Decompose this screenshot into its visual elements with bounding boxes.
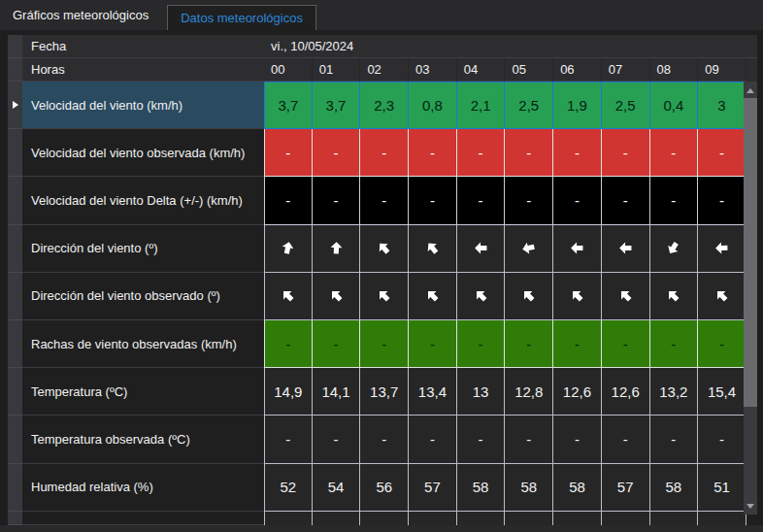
data-cell[interactable]: - [264, 416, 313, 463]
data-cell[interactable] [602, 225, 650, 273]
data-cell[interactable]: - [264, 177, 313, 224]
data-cell[interactable]: 58 [650, 464, 699, 512]
hour-header-cell[interactable]: 08 [650, 58, 699, 82]
data-cell[interactable]: 13,2 [650, 368, 699, 416]
data-cell[interactable]: - [698, 129, 746, 177]
data-cell[interactable] [313, 273, 361, 320]
hour-header-cell[interactable]: 00 [264, 58, 313, 82]
hour-header-cell[interactable]: 05 [505, 58, 553, 82]
data-cell[interactable]: 2,5 [602, 82, 650, 129]
data-cell[interactable]: 12,6 [553, 368, 602, 416]
data-cell[interactable]: 12,6 [602, 368, 650, 416]
data-cell[interactable]: - [505, 177, 553, 224]
data-cell[interactable]: 58 [505, 464, 553, 512]
row-indicator-cell[interactable] [8, 225, 22, 273]
data-cell[interactable] [650, 273, 699, 320]
data-cell[interactable]: 14,1 [313, 368, 361, 416]
data-cell[interactable]: 51 [698, 464, 746, 512]
data-cell[interactable] [650, 512, 699, 525]
row-header[interactable]: Temperatura observada (ºC) [22, 416, 264, 463]
data-cell[interactable]: - [505, 129, 553, 177]
row-indicator-cell[interactable] [8, 320, 22, 368]
row-header[interactable]: Velocidad del viento observada (km/h) [22, 129, 264, 177]
row-header[interactable]: Temperatura (ºC) [22, 368, 264, 416]
data-cell[interactable]: 2,1 [457, 82, 506, 129]
data-cell[interactable]: - [313, 320, 361, 368]
data-cell[interactable] [313, 225, 361, 273]
data-cell[interactable]: - [409, 320, 457, 368]
data-cell[interactable] [698, 512, 746, 525]
data-cell[interactable] [602, 273, 650, 320]
data-cell[interactable] [650, 225, 699, 273]
data-cell[interactable] [457, 225, 506, 273]
data-cell[interactable]: 57 [602, 464, 650, 512]
data-cell[interactable]: - [360, 177, 409, 224]
data-cell[interactable] [553, 225, 602, 273]
row-header[interactable]: Velocidad del viento Delta (+/-) (km/h) [22, 177, 264, 224]
data-cell[interactable]: - [457, 416, 506, 463]
scrollbar-down-button[interactable] [744, 498, 757, 514]
tab-datos-meteorologicos[interactable]: Datos meteorológicos [167, 5, 316, 30]
data-cell[interactable]: 58 [553, 464, 602, 512]
data-cell[interactable] [505, 225, 553, 273]
data-cell[interactable]: - [650, 129, 699, 177]
data-cell[interactable] [409, 512, 457, 525]
hour-header-cell[interactable]: 07 [602, 58, 650, 82]
data-cell[interactable] [264, 512, 313, 525]
hour-header-cell[interactable]: 01 [313, 58, 361, 82]
data-cell[interactable]: 57 [409, 464, 457, 512]
data-cell[interactable]: - [457, 320, 506, 368]
hours-row-label[interactable]: Horas [22, 58, 264, 82]
data-cell[interactable]: - [457, 129, 506, 177]
data-cell[interactable]: 3,7 [313, 82, 361, 129]
data-cell[interactable]: - [360, 416, 409, 463]
data-cell[interactable]: - [650, 416, 699, 463]
data-cell[interactable]: 1,9 [553, 82, 602, 129]
data-cell[interactable] [505, 512, 553, 525]
row-indicator-cell[interactable] [8, 368, 22, 416]
data-cell[interactable]: - [650, 320, 699, 368]
date-row-label[interactable]: Fecha [22, 35, 264, 58]
tab-graficos-meteorologicos[interactable]: Gráficos meteorológicos [0, 0, 161, 30]
data-cell[interactable]: - [409, 129, 457, 177]
data-cell[interactable]: - [602, 129, 650, 177]
data-cell[interactable] [360, 512, 409, 525]
data-cell[interactable]: - [360, 320, 409, 368]
data-cell[interactable]: 0,4 [650, 82, 699, 129]
data-cell[interactable]: 52 [264, 464, 313, 512]
row-header[interactable]: Rachas de viento observadas (km/h) [22, 320, 264, 368]
data-cell[interactable] [457, 512, 506, 525]
data-cell[interactable]: 13,4 [409, 368, 457, 416]
row-indicator-cell[interactable] [8, 177, 22, 224]
data-cell[interactable]: - [457, 177, 506, 224]
data-cell[interactable]: 12,8 [505, 368, 553, 416]
data-cell[interactable] [264, 273, 313, 320]
data-cell[interactable] [360, 273, 409, 320]
hour-header-cell[interactable]: 03 [409, 58, 457, 82]
data-cell[interactable]: - [698, 320, 746, 368]
row-indicator-cell[interactable] [8, 129, 22, 177]
data-cell[interactable] [602, 512, 650, 525]
data-cell[interactable] [553, 273, 602, 320]
data-cell[interactable] [360, 225, 409, 273]
data-cell[interactable] [457, 273, 506, 320]
data-cell[interactable]: - [264, 320, 313, 368]
data-cell[interactable]: - [602, 177, 650, 224]
data-cell[interactable] [698, 273, 746, 320]
hour-header-cell[interactable]: 09 [698, 58, 746, 82]
data-cell[interactable]: 2,3 [360, 82, 409, 129]
data-cell[interactable]: - [553, 320, 602, 368]
data-cell[interactable]: 0,8 [409, 82, 457, 129]
data-cell[interactable]: - [698, 177, 746, 224]
data-cell[interactable]: - [313, 177, 361, 224]
row-indicator-cell[interactable] [8, 464, 22, 512]
row-header[interactable]: Humedad relativa (%) [22, 464, 264, 512]
data-cell[interactable]: - [553, 177, 602, 224]
data-cell[interactable]: - [505, 416, 553, 463]
data-cell[interactable]: - [650, 177, 699, 224]
data-cell[interactable]: 2,5 [505, 82, 553, 129]
data-cell[interactable]: 14,9 [264, 368, 313, 416]
data-cell[interactable]: 3,7 [264, 82, 313, 129]
data-cell[interactable]: 58 [457, 464, 506, 512]
hour-header-cell[interactable]: 04 [457, 58, 506, 82]
